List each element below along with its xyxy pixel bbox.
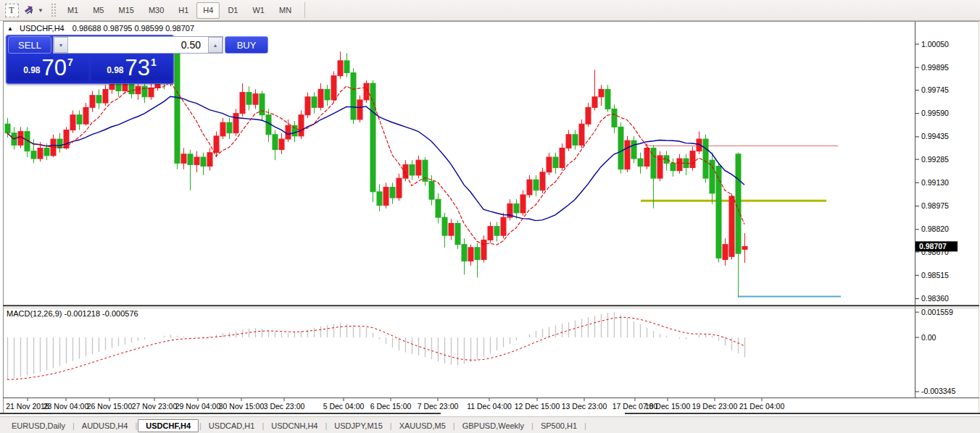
tab-separator: | (199, 421, 202, 430)
candle-body (547, 157, 552, 172)
tab-separator: | (531, 421, 533, 430)
candle-body (592, 97, 597, 108)
date-tick-label: 11 Dec 04:00 (467, 402, 512, 411)
macd-axis[interactable]: 0.0015590.00-0.003345 (915, 308, 955, 396)
date-tick-label: 7 Dec 23:00 (418, 402, 459, 411)
timeframe-button-m5[interactable]: M5 (86, 2, 110, 19)
timeframe-button-d1[interactable]: D1 (221, 2, 244, 19)
candle-body (599, 89, 604, 96)
candle-body (390, 188, 395, 198)
candle-body (716, 166, 721, 258)
candle-body (103, 89, 108, 103)
date-tick-label: 29 Nov 04:00 (175, 402, 221, 411)
candle-body (214, 136, 219, 153)
chart-tab-usdchf[interactable]: USDCHF,H4 (138, 419, 199, 432)
toolbar-grip[interactable] (51, 3, 56, 17)
tab-separator: | (584, 421, 586, 430)
chart-tab-audusd[interactable]: AUDUSD,H4 (75, 420, 135, 432)
macd-name: MACD(12,26,9) (7, 309, 62, 318)
candle-body (266, 115, 271, 135)
chart-tab-xauusd[interactable]: XAUUSD,M5 (393, 420, 452, 432)
candle-body (246, 93, 252, 105)
candle-body (488, 227, 493, 240)
chevron-down-icon[interactable]: ▼ (38, 7, 43, 14)
toolbar-separator (304, 2, 305, 18)
tab-separator: | (72, 421, 75, 430)
chart-tab-eurusd[interactable]: EURUSD,Daily (5, 420, 72, 432)
chart-heading: ▲ USDCHF,H4 0.98688 0.98795 0.98599 0.98… (7, 24, 194, 33)
date-tick-label: 12 Dec 15:00 (515, 402, 560, 411)
candle-body (188, 154, 193, 165)
candle-body (527, 180, 532, 195)
volume-input[interactable] (68, 37, 208, 53)
candle-body (501, 217, 506, 235)
volume-increase-button[interactable]: ▲ (208, 37, 223, 53)
candle-body (455, 224, 460, 245)
candle-body (273, 135, 278, 150)
timeframe-button-m1[interactable]: M1 (61, 2, 85, 19)
candle-body (520, 195, 526, 213)
macd-tick-label: 0.001559 (921, 308, 953, 316)
candle-body (729, 196, 734, 256)
collapse-panel-icon[interactable]: ▲ (7, 25, 13, 32)
macd-tick-label: 0.00 (921, 333, 937, 342)
timeframe-button-m30[interactable]: M30 (142, 2, 170, 19)
price-tick-label: 0.99745 (921, 85, 949, 94)
chart-tab-usdjpy[interactable]: USDJPY,M15 (328, 420, 389, 432)
price-axis[interactable]: 1.000500.998950.997450.995900.994350.992… (915, 40, 949, 303)
price-tick-label: 0.99895 (921, 63, 949, 72)
volume-decrease-button[interactable]: ▼ (54, 37, 68, 53)
price-tick-label: 1.00050 (921, 40, 949, 49)
buy-price-display[interactable]: 0.98 73 1 (91, 54, 172, 80)
timeframe-toolbar: M1M5M15M30H1H4D1W1MN (60, 2, 299, 19)
candle-body (142, 86, 147, 97)
candle-body (533, 180, 539, 190)
candle-body (351, 73, 356, 119)
text-tool-button[interactable]: T (4, 3, 19, 17)
candle-body (410, 164, 415, 175)
chart-tab-usdcad[interactable]: USDCAD,H1 (202, 420, 262, 432)
current-price-marker: 0.98707 (915, 241, 958, 251)
candle-body (331, 76, 336, 100)
candle-body (481, 240, 486, 259)
candle-body (220, 122, 225, 136)
sell-price-big: 70 (42, 58, 67, 78)
timeframe-button-h1[interactable]: H1 (172, 2, 195, 19)
candle-body (416, 160, 421, 175)
chart-tab-usdcnh[interactable]: USDCNH,H4 (265, 420, 324, 432)
arrows-tool-button[interactable]: ▼ (23, 3, 43, 17)
sell-price-display[interactable]: 0.98 70 7 (8, 54, 88, 80)
sell-button[interactable]: SELL (8, 36, 51, 54)
candle-body (612, 109, 617, 127)
timeframe-button-m15[interactable]: M15 (112, 2, 140, 19)
candle-body (742, 246, 747, 249)
candle-body (312, 97, 317, 108)
candle-body (442, 217, 447, 235)
timeframe-button-w1[interactable]: W1 (246, 2, 271, 19)
date-tick-label: 26 Nov 15:00 (87, 402, 133, 411)
candle-body (96, 96, 101, 103)
candle-body (462, 245, 467, 261)
date-tick-label: 23 Nov 04:00 (43, 402, 89, 411)
candle-body (468, 248, 473, 261)
buy-price-base: 0.98 (107, 65, 123, 75)
candle-body (44, 148, 49, 156)
price-tick-label: 0.99435 (921, 132, 949, 140)
buy-button[interactable]: BUY (225, 36, 268, 54)
tab-separator: | (325, 421, 327, 430)
candle-body (377, 192, 382, 206)
top-toolbar: T ▼ M1M5M15M30H1H4D1W1MN (0, 0, 980, 21)
trading-terminal: { "toolbar": { "text_tool_glyph": "T", "… (0, 0, 980, 433)
candle-body (736, 154, 741, 253)
time-axis[interactable]: 21 Nov 201823 Nov 04:0026 Nov 15:0027 No… (6, 398, 784, 411)
candle-body (325, 89, 330, 100)
chart-tab-sp500[interactable]: SP500,H1 (534, 420, 584, 432)
sell-price-base: 0.98 (23, 65, 40, 75)
timeframe-button-h4[interactable]: H4 (196, 2, 220, 19)
macd-values: -0.001218 -0.000576 (64, 309, 138, 318)
candle-body (279, 139, 284, 150)
price-tick-label: 0.98515 (921, 271, 949, 279)
timeframe-button-mn[interactable]: MN (273, 2, 298, 19)
chart-tab-gbpusd[interactable]: GBPUSD,Weekly (456, 420, 531, 432)
candle-body (618, 127, 623, 169)
